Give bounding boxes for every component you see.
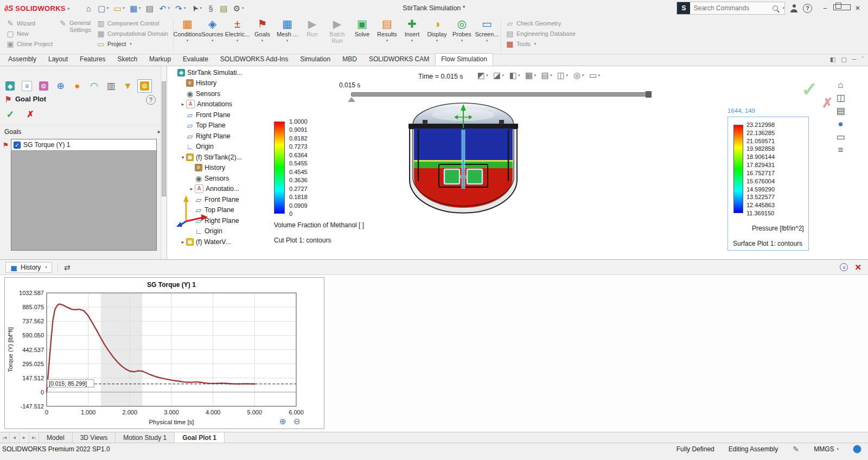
tab-layout[interactable]: Layout xyxy=(42,53,74,66)
ribbon-button-results[interactable]: ▤Results▾ xyxy=(375,16,399,54)
tree-item-history[interactable]: ≡History xyxy=(169,163,280,174)
open-button[interactable]: ▭▾ xyxy=(112,3,126,14)
orientation-button[interactable]: ◫▾ xyxy=(557,71,569,79)
tab-sketch[interactable]: Sketch xyxy=(111,53,143,66)
prev-tab-button[interactable]: ◀ xyxy=(10,432,20,443)
ribbon-button-mesh[interactable]: ▦Mesh ...▾ xyxy=(275,16,299,54)
goal-list-item[interactable]: ✓ SG Torque (Y) 1 xyxy=(11,139,156,151)
sheet-tab-motion-study-1[interactable]: Motion Study 1 xyxy=(116,432,175,443)
tab-solidworks-cam[interactable]: SOLIDWORKS CAM xyxy=(363,53,435,66)
mesh-display-button[interactable]: ▤▾ xyxy=(541,71,552,79)
manager-scrollbar[interactable] xyxy=(161,66,167,259)
slider-position-marker[interactable] xyxy=(348,97,355,102)
display-screen-button[interactable]: ▭ xyxy=(836,132,845,142)
help-button[interactable]: ? xyxy=(146,95,156,105)
collapse-chevron-icon[interactable]: ▴ xyxy=(157,128,160,136)
ribbon-button-tools[interactable]: ▦Tools▾ xyxy=(506,40,576,48)
print-button[interactable]: ▤ xyxy=(144,3,155,14)
next-tab-button[interactable]: ▶ xyxy=(20,432,29,443)
ribbon-button-electric[interactable]: ±Electric...▾ xyxy=(225,16,250,54)
new-doc-button[interactable]: ▢▾ xyxy=(96,3,111,14)
featuremanager-tab-button[interactable]: ≡ xyxy=(20,79,34,93)
tree-item-annotations[interactable]: ▸AAnnotations xyxy=(169,99,280,110)
ribbon-button-clone-project[interactable]: ▣Clone Project xyxy=(7,40,53,48)
propertymanager-tab-button[interactable]: ◆ xyxy=(3,79,17,93)
zoom-in-button[interactable]: ⊕ xyxy=(279,417,286,426)
sheet-tab-3d-views[interactable]: 3D Views xyxy=(73,432,116,443)
ribbon-button-check-geometry[interactable]: ▱Check Geometry xyxy=(506,20,576,27)
search-caret-icon[interactable]: ▾ xyxy=(782,6,784,10)
graphics-viewport[interactable]: ◆StirTank Simulati...≡History◉Sensors▸AA… xyxy=(168,66,868,259)
cancel-x-icon[interactable]: ✗ xyxy=(26,110,35,119)
ribbon-button-screen[interactable]: ▭Screen...▾ xyxy=(475,16,499,54)
tree-item-sensors[interactable]: ◉Sensors xyxy=(169,173,280,184)
ribbon-button-project[interactable]: ▭Project▾ xyxy=(97,40,168,48)
tab-features[interactable]: Features xyxy=(74,53,111,66)
monitor-button[interactable]: ▭▾ xyxy=(589,71,601,79)
stirtank-3d-model[interactable] xyxy=(406,101,520,221)
refresh-icon[interactable]: ⇄ xyxy=(63,264,71,271)
home-button[interactable]: ⌂ xyxy=(83,3,94,14)
appearance-button[interactable]: ◧▾ xyxy=(509,71,520,79)
section-view-button[interactable]: ◪▾ xyxy=(493,71,505,79)
cam-tab-button[interactable]: ◠ xyxy=(87,79,101,93)
tree-item-sensors[interactable]: ◉Sensors xyxy=(169,88,280,99)
tree-item-stirtank-simulati[interactable]: ◆StirTank Simulati... xyxy=(169,67,280,78)
tree-item-f-waterv[interactable]: ▸▣(f) WaterV... xyxy=(169,237,280,247)
tree-item-origin[interactable]: ∟Origin xyxy=(169,142,280,152)
camera-button[interactable]: ◎▾ xyxy=(573,71,584,79)
plot-settings-button[interactable]: ▦▾ xyxy=(525,71,537,79)
user-account-icon[interactable] xyxy=(790,4,798,12)
help-icon[interactable]: ? xyxy=(803,4,812,13)
tree-item-f-stirtank-2[interactable]: ▾▣(f) StirTank(2)... xyxy=(169,152,280,163)
search-input[interactable] xyxy=(690,4,773,12)
ribbon-button-solve[interactable]: ▣Solve xyxy=(350,16,374,54)
tab-flow-simulation[interactable]: Flow Simulation xyxy=(435,53,493,66)
search-commands-box[interactable]: S ▾ xyxy=(676,2,785,15)
collapse-panel-icon[interactable]: ∨ xyxy=(840,263,848,271)
last-tab-button[interactable]: ▶| xyxy=(29,432,39,443)
solidworks-logo[interactable]: ∂S SOLIDWORKS ▸ xyxy=(0,4,75,12)
minimize-ribbon-icon[interactable]: ─ xyxy=(852,56,857,63)
refresh-icon[interactable]: ⇄ xyxy=(63,264,71,271)
dimxpertmanager-tab-button[interactable]: ⊕ xyxy=(53,79,68,93)
tab-solidworks-add-ins[interactable]: SOLIDWORKS Add-Ins xyxy=(214,53,294,66)
sheet-tab-goal-plot-1[interactable]: Goal Plot 1 xyxy=(175,432,225,443)
sheet-tab-model[interactable]: Model xyxy=(39,432,73,443)
tree-item-history[interactable]: ≡History xyxy=(169,78,280,89)
redo-button[interactable]: ↷▾ xyxy=(173,3,188,14)
column-tab-button[interactable]: ▥ xyxy=(104,79,118,93)
expand-arrow-icon[interactable]: ▸ xyxy=(180,239,186,245)
zoom-out-button[interactable]: ⊖ xyxy=(293,417,301,426)
tab-simulation[interactable]: Simulation xyxy=(294,53,336,66)
goals-section-header[interactable]: Goals ▴ xyxy=(0,125,167,138)
surface-plot-legend[interactable]: 23.21299822.13628521.05957119.98285818.9… xyxy=(727,117,809,251)
tree-item-right-plane[interactable]: ▱Right Plane xyxy=(169,131,280,142)
sheet-button[interactable]: ▤ xyxy=(218,3,229,14)
configurationmanager-tab-button[interactable]: ⚙ xyxy=(36,79,51,93)
status-mmgs[interactable]: MMGS▾ xyxy=(814,445,839,453)
confirm-check-icon[interactable]: ✓ xyxy=(801,78,818,101)
ribbon-button-computational-domain[interactable]: ▦Computational Domain xyxy=(97,30,168,37)
first-tab-button[interactable]: |◀ xyxy=(0,432,10,443)
view-stack-button[interactable]: ▤ xyxy=(836,106,845,116)
ribbon-button-insert[interactable]: ✚Insert▾ xyxy=(400,16,424,54)
split-view-icon[interactable]: ◧ xyxy=(830,56,835,63)
ribbon-button-run[interactable]: ▶Run xyxy=(300,16,324,54)
close-panel-icon[interactable]: ✕ xyxy=(854,263,861,272)
flowsim-tab-button[interactable]: ⚙ xyxy=(137,79,152,93)
render-sphere-button[interactable]: ● xyxy=(836,119,845,129)
expand-arrow-icon[interactable]: ▾ xyxy=(180,155,186,160)
ribbon-button-new[interactable]: ▢New xyxy=(7,30,53,37)
time-slider[interactable] xyxy=(351,92,652,97)
tab-markup[interactable]: Markup xyxy=(143,53,177,66)
ribbon-button-wizard[interactable]: ✎Wizard xyxy=(7,20,53,27)
expand-arrow-icon[interactable]: ▸ xyxy=(188,186,195,191)
slider-endcap[interactable] xyxy=(646,91,652,98)
history-dropdown[interactable]: ▅ History ▾ xyxy=(5,262,52,273)
tree-display-button[interactable]: ≡ xyxy=(836,145,845,155)
ribbon-button-engineering-database[interactable]: ▤Engineering Database xyxy=(506,30,576,37)
scrollbar-thumb[interactable] xyxy=(162,81,166,196)
ok-check-icon[interactable]: ✓ xyxy=(5,110,15,119)
tab-assembly[interactable]: Assembly xyxy=(2,53,42,66)
